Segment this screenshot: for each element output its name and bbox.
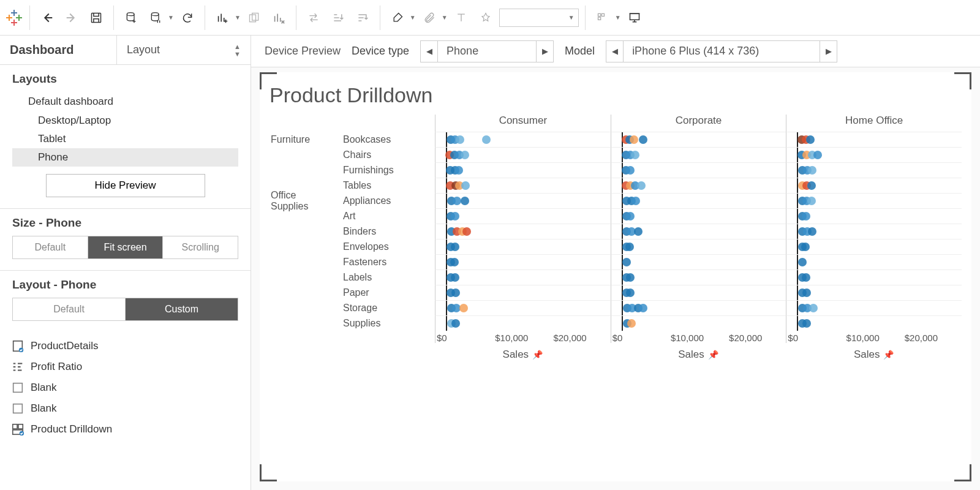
model-next[interactable]: ▶ xyxy=(820,41,837,62)
model-value[interactable]: iPhone 6 Plus (414 x 736) xyxy=(624,41,820,62)
pin-icon[interactable]: 📌 xyxy=(532,350,543,360)
size-seg-scrolling[interactable]: Scrolling xyxy=(163,236,238,258)
row-subcategory: Bookcases xyxy=(343,134,435,145)
text-icon[interactable] xyxy=(450,7,472,29)
sort-asc-icon[interactable] xyxy=(327,7,349,29)
object-item[interactable]: Product Drilldown xyxy=(11,419,239,440)
device-type-label: Device type xyxy=(352,45,409,58)
svg-point-10 xyxy=(151,12,159,15)
sidebar-title: Dashboard xyxy=(0,36,116,64)
tree-item-tablet[interactable]: Tablet xyxy=(12,130,238,148)
x-tick: $0 xyxy=(435,333,494,343)
pin-icon[interactable]: 📌 xyxy=(883,350,894,360)
sort-desc-icon[interactable] xyxy=(352,7,374,29)
device-type-value[interactable]: Phone xyxy=(438,41,536,62)
toolbar-dropdown[interactable]: ▼ xyxy=(499,9,579,27)
forward-icon[interactable] xyxy=(61,7,83,29)
tree-root[interactable]: Default dashboard xyxy=(12,92,238,111)
object-item[interactable]: Profit Ratio xyxy=(11,356,239,377)
object-item[interactable]: Blank xyxy=(11,398,239,419)
row-subcategory: Furnishings xyxy=(343,165,435,176)
row-subcategory: Paper xyxy=(343,287,435,298)
tableau-logo-icon xyxy=(5,9,23,27)
save-icon[interactable] xyxy=(85,7,107,29)
x-axis-label: Sales xyxy=(854,349,880,361)
svg-rect-22 xyxy=(18,424,23,429)
row-subcategory: Envelopes xyxy=(343,241,435,252)
canvas-area: Device Preview Device type ◀ Phone ▶ Mod… xyxy=(251,36,980,490)
device-preview-label: Device Preview xyxy=(265,45,341,58)
device-type-prev[interactable]: ◀ xyxy=(421,41,438,62)
device-type-next[interactable]: ▶ xyxy=(536,41,553,62)
layout-seg-default[interactable]: Default xyxy=(13,298,126,320)
object-label: Blank xyxy=(31,382,57,394)
x-tick: $10,000 xyxy=(669,333,728,343)
row-subcategory: Labels xyxy=(343,272,435,283)
preview-frame: Product Drilldown ConsumerCorporateHome … xyxy=(260,72,971,481)
datasource-pause-icon[interactable] xyxy=(145,7,167,29)
row-category: Furniture xyxy=(270,134,343,145)
highlight-icon[interactable] xyxy=(386,7,409,29)
svg-rect-13 xyxy=(598,13,600,16)
tree-item-phone[interactable]: Phone xyxy=(12,148,238,167)
row-subcategory: Chairs xyxy=(343,149,435,160)
object-item[interactable]: ProductDetails xyxy=(11,336,239,356)
tree-item-desktoplaptop[interactable]: Desktop/Laptop xyxy=(12,111,238,130)
caret-down-icon[interactable]: ▼ xyxy=(615,14,621,21)
row-subcategory: Fasteners xyxy=(343,257,435,268)
device-preview-bar: Device Preview Device type ◀ Phone ▶ Mod… xyxy=(251,36,980,67)
swap-icon[interactable] xyxy=(303,7,325,29)
size-segmented: DefaultFit screenScrolling xyxy=(12,236,238,259)
model-label: Model xyxy=(565,45,595,58)
layout-seg-custom[interactable]: Custom xyxy=(126,298,238,320)
object-icon xyxy=(11,360,24,374)
sidebar-tab-label: Layout xyxy=(127,43,160,56)
object-icon xyxy=(11,402,24,415)
object-icon xyxy=(11,381,24,394)
clear-sheet-icon[interactable] xyxy=(268,7,290,29)
attachment-icon[interactable] xyxy=(418,7,440,29)
object-label: ProductDetails xyxy=(31,340,99,352)
x-tick: $0 xyxy=(611,333,669,343)
pin-icon[interactable] xyxy=(475,7,497,29)
caret-down-icon[interactable]: ▼ xyxy=(235,14,241,21)
object-item[interactable]: Blank xyxy=(11,377,239,398)
svg-rect-19 xyxy=(13,383,23,393)
size-seg-fitscreen[interactable]: Fit screen xyxy=(88,236,164,258)
updown-icon: ▲▼ xyxy=(234,43,241,58)
caret-down-icon[interactable]: ▼ xyxy=(410,14,416,21)
x-tick: $10,000 xyxy=(845,333,903,343)
pin-icon[interactable]: 📌 xyxy=(708,350,718,360)
x-axis-label: Sales xyxy=(503,349,529,361)
svg-rect-11 xyxy=(249,15,255,22)
chart[interactable]: ConsumerCorporateHome OfficeFurnitureBoo… xyxy=(270,115,962,363)
object-label: Blank xyxy=(31,402,57,415)
svg-point-9 xyxy=(127,12,134,15)
sidebar-tab-layout[interactable]: Layout ▲▼ xyxy=(116,36,251,64)
presentation-icon[interactable] xyxy=(624,7,646,29)
caret-down-icon[interactable]: ▼ xyxy=(168,14,174,21)
object-list: ProductDetailsProfit RatioBlankBlankProd… xyxy=(0,332,251,443)
x-tick: $10,000 xyxy=(494,333,552,343)
refresh-icon[interactable] xyxy=(176,7,198,29)
layouts-header: Layouts xyxy=(12,72,238,86)
viz-title: Product Drilldown xyxy=(270,83,962,107)
duplicate-sheet-icon[interactable] xyxy=(243,7,265,29)
svg-rect-15 xyxy=(598,17,600,20)
row-subcategory: Storage xyxy=(343,303,435,314)
layout-segmented: DefaultCustom xyxy=(12,298,238,321)
back-icon[interactable] xyxy=(36,7,58,29)
svg-rect-14 xyxy=(601,13,604,16)
size-seg-default[interactable]: Default xyxy=(13,236,88,258)
show-me-icon[interactable] xyxy=(592,7,614,29)
model-prev[interactable]: ◀ xyxy=(606,41,624,62)
model-selector: ◀ iPhone 6 Plus (414 x 736) ▶ xyxy=(606,40,837,62)
datasource-add-icon[interactable] xyxy=(120,7,142,29)
hide-preview-button[interactable]: Hide Preview xyxy=(46,174,205,197)
row-subcategory: Art xyxy=(343,211,435,222)
caret-down-icon[interactable]: ▼ xyxy=(442,14,448,21)
layout-tree: Default dashboard Desktop/LaptopTabletPh… xyxy=(12,92,238,167)
new-sheet-icon[interactable] xyxy=(211,7,233,29)
object-icon xyxy=(11,423,24,436)
layout-phone-header: Layout - Phone xyxy=(12,278,238,292)
